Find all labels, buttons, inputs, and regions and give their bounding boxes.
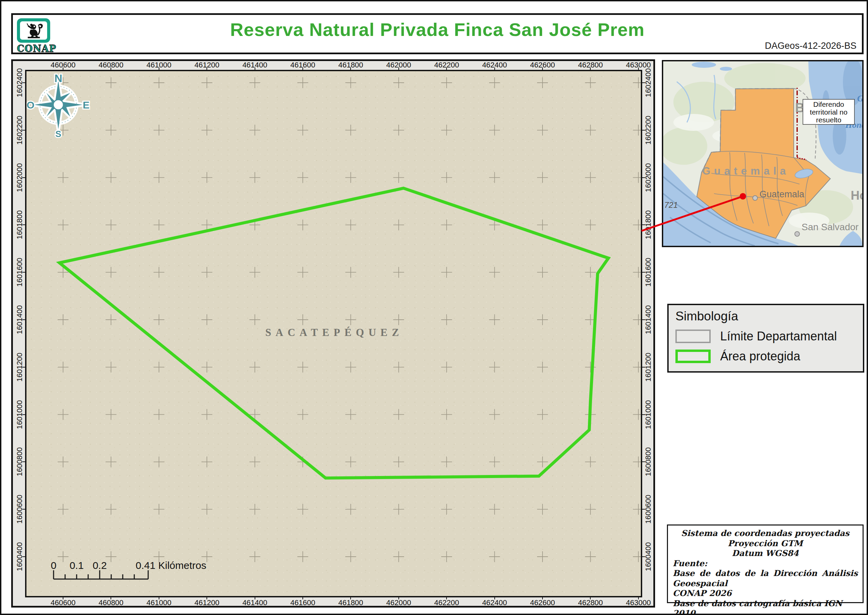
x-axis-tick	[638, 596, 639, 599]
y-axis-tick	[22, 272, 25, 273]
x-axis-label: 461200	[186, 599, 227, 607]
compass-north-label: N	[54, 72, 62, 84]
y-axis-tick	[642, 83, 645, 83]
y-axis-tick	[22, 319, 25, 320]
san-salvador-dot	[795, 231, 799, 236]
x-axis-tick	[159, 596, 159, 599]
x-axis-tick	[542, 67, 543, 70]
x-axis-tick	[446, 67, 447, 70]
x-axis-label: 461800	[330, 599, 371, 607]
header: CONAP Reserva Natural Privada Finca San …	[11, 13, 863, 54]
x-axis-label: 461400	[235, 599, 275, 607]
y-axis-tick	[22, 461, 25, 462]
x-axis-label: 463000	[618, 599, 659, 607]
legend-item-departmental-limit[interactable]: Límite Departamental	[675, 329, 856, 343]
source-line-3: Base de datos cartografía básica IGN 201…	[673, 598, 858, 615]
x-axis-tick	[590, 67, 591, 70]
x-axis-tick	[398, 67, 399, 70]
x-axis-tick	[111, 67, 111, 70]
source-line-2: CONAP 2026	[673, 588, 858, 598]
y-axis-tick	[642, 319, 645, 320]
y-axis-tick	[22, 414, 25, 415]
y-axis-tick	[642, 130, 645, 131]
scale-bar: 0 0.1 0.2 0.41 Kilómetros	[47, 559, 237, 590]
y-axis-tick	[642, 509, 645, 510]
callout-line-3: resuelto	[816, 116, 841, 124]
compass-south-label: S	[55, 129, 61, 139]
y-axis-tick	[642, 225, 645, 225]
x-axis-tick	[303, 596, 303, 599]
x-axis-tick	[111, 596, 111, 599]
x-axis-tick	[494, 67, 495, 70]
sea-label-1: Gu	[857, 94, 862, 103]
x-axis-tick	[446, 596, 447, 599]
x-axis-label: 462600	[522, 599, 563, 607]
grid-crosses	[58, 77, 641, 562]
scale-tick-label: 0	[51, 560, 57, 571]
x-axis-label: 462800	[570, 599, 610, 607]
x-axis-tick	[206, 596, 207, 599]
x-axis-tick	[590, 596, 591, 599]
compass-east-label: E	[83, 99, 89, 111]
conap-logo-text: CONAP	[17, 44, 51, 54]
x-axis-tick	[638, 67, 639, 70]
y-axis-tick	[22, 225, 25, 225]
departmental-limit-swatch	[675, 329, 711, 343]
y-axis-tick	[22, 367, 25, 367]
y-axis-tick	[642, 177, 645, 178]
y-axis-tick	[22, 556, 25, 557]
department-name-label: SACATEPÉQUEZ	[265, 326, 403, 339]
y-axis-tick	[22, 83, 25, 83]
legend: Simbología Límite Departamental Área pro…	[667, 304, 864, 373]
source-label: Fuente:	[673, 558, 858, 568]
x-axis-tick	[63, 596, 63, 599]
crs-line-2: Proyección GTM	[673, 539, 858, 549]
y-axis-tick	[642, 272, 645, 273]
san-salvador-label: San Salvador	[802, 222, 859, 232]
coordinate-system-box: Sistema de coordenadas proyectadas Proye…	[667, 524, 863, 603]
protected-area-label: Área protegida	[720, 349, 800, 364]
inset-locator-map[interactable]: B Gu Hond Guatemala Guatemala San Salvad…	[662, 60, 863, 247]
y-axis-tick	[22, 177, 25, 178]
y-axis-tick	[642, 461, 645, 462]
x-axis-label: 461600	[283, 599, 323, 607]
x-axis-tick	[350, 67, 351, 70]
crs-line-3: Datum WGS84	[673, 548, 858, 558]
capital-city-dot	[753, 196, 757, 200]
map-document-page: CONAP Reserva Natural Privada Finca San …	[0, 0, 868, 615]
compass-west-label: O	[27, 99, 34, 111]
territorial-dispute-callout: Diferendo territorial no resuelto	[803, 99, 854, 125]
x-axis-label: 462200	[426, 599, 467, 607]
x-axis-label: 460600	[43, 599, 83, 607]
road-721-label: 721	[664, 200, 678, 209]
callout-line-2: territorial no	[810, 108, 848, 116]
x-axis-tick	[63, 67, 63, 70]
x-axis-label: 462000	[378, 599, 419, 607]
x-axis-label: 460800	[91, 599, 131, 607]
x-axis-tick	[494, 596, 495, 599]
scale-tick-label: 0.2	[92, 560, 107, 571]
scale-tick-label: 0.1	[70, 560, 84, 571]
crs-line-1: Sistema de coordenadas proyectadas	[673, 528, 858, 539]
honduras-label: Ho	[851, 189, 862, 202]
protected-area-swatch	[675, 350, 711, 363]
x-axis-tick	[159, 67, 159, 70]
x-axis-tick	[398, 596, 399, 599]
legend-item-protected-area[interactable]: Área protegida	[675, 349, 856, 364]
main-map-canvas[interactable]: N S E O SACATEPÉQUEZ 0 0.1 0.2 0.41 Kiló…	[25, 70, 642, 597]
y-axis-tick	[642, 556, 645, 557]
page-title: Reserva Natural Privada Finca San José P…	[13, 19, 862, 40]
x-axis-tick	[350, 596, 351, 599]
y-axis-tick	[22, 130, 25, 131]
x-axis-tick	[542, 596, 543, 599]
x-axis-label: 462400	[475, 599, 515, 607]
callout-line-1: Diferendo	[813, 100, 844, 108]
source-line-1: Base de datos de la Dirección Análisis G…	[673, 568, 858, 588]
x-axis-tick	[254, 67, 255, 70]
y-axis-tick	[642, 367, 645, 367]
y-axis-tick	[642, 414, 645, 415]
document-code: DAGeos-412-2026-BS	[765, 41, 857, 51]
x-axis-label: 461000	[139, 599, 180, 607]
scale-end-label: 0.41 Kilómetros	[136, 560, 206, 571]
country-label: Guatemala	[702, 165, 790, 177]
